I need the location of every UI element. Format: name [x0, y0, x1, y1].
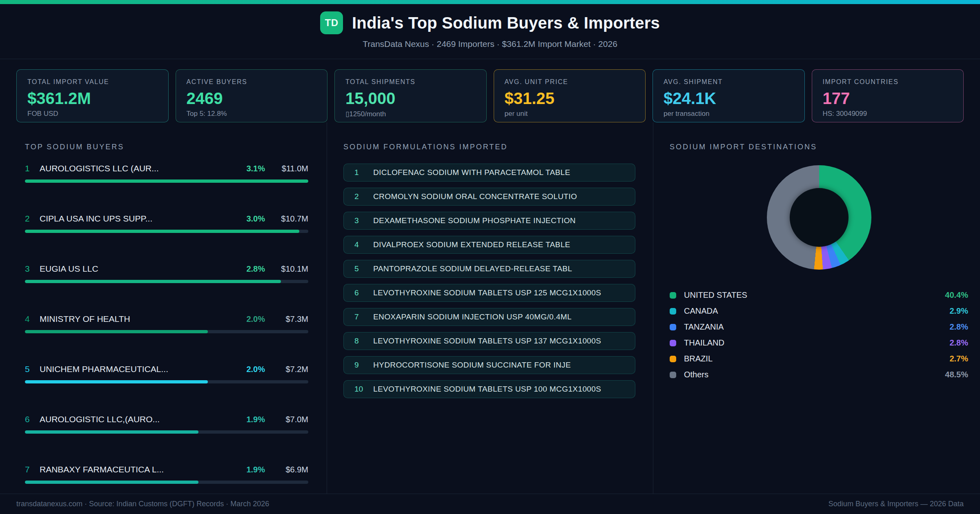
buyer-name: EUGIA US LLC	[40, 264, 246, 274]
stat-label: AVG. UNIT PRICE	[505, 78, 635, 86]
buyer-rank: 4	[25, 314, 40, 324]
stat-label: TOTAL SHIPMENTS	[345, 78, 476, 86]
buyer-rank: 7	[25, 465, 40, 474]
buyer-rank: 6	[25, 414, 40, 424]
header: TD India's Top Sodium Buyers & Importers…	[0, 4, 980, 59]
legend-swatch-icon	[670, 324, 676, 330]
buyer-progress-track	[25, 380, 308, 383]
formulation-item[interactable]: 2 CROMOLYN SODIUM ORAL CONCENTRATE SOLUT…	[343, 188, 635, 206]
buyer-share-percent: 1.9%	[246, 415, 265, 424]
formulation-name: DICLOFENAC SODIUM WITH PARACETAMOL TABLE	[373, 168, 570, 177]
formulation-item[interactable]: 8 LEVOTHYROXINE SODIUM TABLETS USP 137 M…	[343, 332, 635, 350]
formulation-rank: 8	[354, 337, 373, 346]
stat-value: $361.2M	[27, 89, 158, 107]
footer-source-text: transdatanexus.com · Source: Indian Cust…	[16, 500, 269, 508]
buyer-name: AUROLOGISTICS LLC (AUR...	[40, 164, 246, 173]
legend-percent: 40.4%	[945, 290, 968, 300]
formulation-item[interactable]: 5 PANTOPRAZOLE SODIUM DELAYED-RELEASE TA…	[343, 260, 635, 278]
formulation-item[interactable]: 9 HYDROCORTISONE SODIUM SUCCINATE FOR IN…	[343, 356, 635, 374]
brand-logo: TD	[320, 11, 343, 34]
formulation-rank: 7	[354, 312, 373, 321]
panel-title: SODIUM FORMULATIONS IMPORTED	[343, 143, 635, 151]
buyer-value: $7.3M	[272, 315, 308, 324]
donut-hole	[790, 188, 849, 247]
formulation-item[interactable]: 10 LEVOTHYROXINE SODIUM TABLETS USP 100 …	[343, 380, 635, 398]
formulation-name: DEXAMETHASONE SODIUM PHOSPHATE INJECTION	[373, 216, 576, 225]
formulation-item[interactable]: 7 ENOXAPARIN SODIUM INJECTION USP 40MG/0…	[343, 308, 635, 326]
buyer-progress-track	[25, 481, 308, 484]
buyer-row[interactable]: 6 AUROLOGISTIC LLC,(AURO... 1.9% $7.0M	[25, 414, 308, 465]
buyer-rank: 2	[25, 214, 40, 224]
stat-label: TOTAL IMPORT VALUE	[27, 78, 158, 86]
page-subtitle: TransData Nexus · 2469 Importers · $361.…	[0, 39, 980, 49]
legend-swatch-icon	[670, 308, 676, 315]
legend-percent: 48.5%	[945, 370, 968, 379]
buyer-progress-track	[25, 280, 308, 283]
panel-import-destinations: SODIUM IMPORT DESTINATIONS UNITED STATES…	[653, 122, 980, 494]
stat-value: $24.1K	[664, 89, 794, 107]
formulation-rank: 6	[354, 288, 373, 297]
legend-percent: 2.7%	[949, 354, 968, 363]
panel-title: SODIUM IMPORT DESTINATIONS	[670, 143, 968, 151]
legend-item[interactable]: UNITED STATES 40.4%	[670, 290, 968, 300]
donut-chart[interactable]	[767, 165, 871, 270]
buyer-value: $6.9M	[272, 465, 308, 474]
buyer-value: $10.1M	[272, 264, 308, 274]
legend-country-label: THAILAND	[684, 338, 949, 348]
buyer-value: $10.7M	[272, 214, 308, 224]
legend-swatch-icon	[670, 372, 676, 378]
legend-item[interactable]: Others 48.5%	[670, 370, 968, 380]
buyer-row[interactable]: 5 UNICHEM PHARMACEUTICAL... 2.0% $7.2M	[25, 364, 308, 414]
stat-card-total-shipments: TOTAL SHIPMENTS 15,000 ▯1250/month	[334, 69, 487, 122]
buyer-name: UNICHEM PHARMACEUTICAL...	[40, 364, 246, 374]
stat-label: AVG. SHIPMENT	[664, 78, 794, 86]
buyer-progress-fill	[25, 330, 208, 333]
stat-subtext: Top 5: 12.8%	[187, 110, 317, 118]
stat-card-import-countries: IMPORT COUNTRIES 177 HS: 30049099	[812, 69, 964, 122]
formulation-item[interactable]: 4 DIVALPROEX SODIUM EXTENDED RELEASE TAB…	[343, 236, 635, 254]
stat-card-avg-unit-price: AVG. UNIT PRICE $31.25 per unit	[494, 69, 646, 122]
formulation-item[interactable]: 1 DICLOFENAC SODIUM WITH PARACETAMOL TAB…	[343, 164, 635, 182]
buyer-progress-fill	[25, 230, 299, 233]
legend-swatch-icon	[670, 340, 676, 346]
formulation-name: CROMOLYN SODIUM ORAL CONCENTRATE SOLUTIO	[373, 192, 577, 201]
formulation-rank: 3	[354, 216, 373, 225]
legend-country-label: UNITED STATES	[684, 290, 945, 300]
main-content: TOP SODIUM BUYERS 1 AUROLOGISTICS LLC (A…	[0, 122, 980, 494]
panel-top-sodium-buyers: TOP SODIUM BUYERS 1 AUROLOGISTICS LLC (A…	[0, 122, 327, 494]
buyer-share-percent: 3.1%	[246, 164, 265, 173]
buyer-row[interactable]: 3 EUGIA US LLC 2.8% $10.1M	[25, 264, 308, 314]
formulation-name: LEVOTHYROXINE SODIUM TABLETS USP 137 MCG…	[373, 337, 601, 346]
buyer-rank: 1	[25, 164, 40, 173]
chart-legend: UNITED STATES 40.4% CANADA 2.9% TANZANIA…	[670, 290, 968, 380]
buyer-share-percent: 2.0%	[246, 365, 265, 374]
stat-label: ACTIVE BUYERS	[187, 78, 317, 86]
buyer-row[interactable]: 4 MINISTRY OF HEALTH 2.0% $7.3M	[25, 314, 308, 364]
legend-country-label: Others	[684, 370, 945, 379]
formulation-rank: 2	[354, 192, 373, 201]
buyer-progress-track	[25, 230, 308, 233]
formulation-rank: 4	[354, 240, 373, 249]
formulation-item[interactable]: 6 LEVOTHYROXINE SODIUM TABLETS USP 125 M…	[343, 284, 635, 302]
legend-item[interactable]: CANADA 2.9%	[670, 306, 968, 316]
formulation-rank: 5	[354, 264, 373, 273]
stat-subtext: FOB USD	[27, 110, 158, 118]
buyer-row[interactable]: 7 RANBAXY FARMACEUTICA L... 1.9% $6.9M	[25, 465, 308, 494]
formulation-rank: 10	[354, 385, 373, 394]
buyer-row[interactable]: 1 AUROLOGISTICS LLC (AUR... 3.1% $11.0M	[25, 164, 308, 214]
footer: transdatanexus.com · Source: Indian Cust…	[0, 494, 980, 514]
buyer-progress-track	[25, 330, 308, 333]
stat-subtext: per unit	[505, 110, 635, 118]
page-title: India's Top Sodium Buyers & Importers	[352, 14, 660, 32]
buyer-row[interactable]: 2 CIPLA USA INC UPS SUPP... 3.0% $10.7M	[25, 214, 308, 264]
panel-sodium-formulations: SODIUM FORMULATIONS IMPORTED 1 DICLOFENA…	[327, 122, 653, 494]
legend-country-label: CANADA	[684, 306, 949, 316]
formulation-item[interactable]: 3 DEXAMETHASONE SODIUM PHOSPHATE INJECTI…	[343, 212, 635, 230]
buyer-progress-fill	[25, 179, 308, 183]
buyers-list: 1 AUROLOGISTICS LLC (AUR... 3.1% $11.0M …	[25, 164, 308, 494]
formulation-name: DIVALPROEX SODIUM EXTENDED RELEASE TABLE	[373, 240, 570, 249]
legend-item[interactable]: TANZANIA 2.8%	[670, 322, 968, 332]
legend-item[interactable]: BRAZIL 2.7%	[670, 354, 968, 364]
legend-item[interactable]: THAILAND 2.8%	[670, 338, 968, 348]
buyer-progress-track	[25, 179, 308, 183]
